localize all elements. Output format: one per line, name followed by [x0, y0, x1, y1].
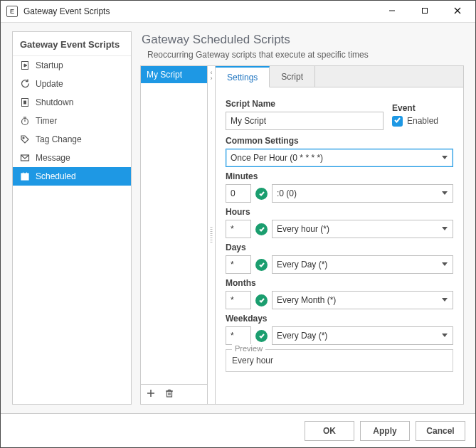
chevron-down-icon: [441, 224, 448, 234]
preview-text: Every hour: [232, 356, 447, 366]
sidebar-item-label: Shutdown: [36, 97, 73, 107]
weekdays-select[interactable]: Every Day (*): [272, 326, 453, 345]
apply-button[interactable]: Apply: [360, 421, 410, 441]
sidebar-item-label: Startup: [36, 60, 63, 70]
event-label: Event: [392, 103, 453, 113]
sidebar-item-timer[interactable]: Timer: [13, 112, 131, 130]
minimize-icon: [388, 6, 396, 16]
hours-label: Hours: [226, 207, 453, 217]
common-settings-select[interactable]: Once Per Hour (0 * * * *): [226, 149, 453, 167]
window-title: Gateway Event Scripts: [23, 6, 110, 16]
dialog-footer: OK Apply Cancel: [1, 413, 475, 447]
refresh-icon: [20, 79, 30, 89]
hours-input[interactable]: *: [226, 220, 251, 238]
svg-rect-19: [167, 391, 172, 397]
delete-script-button[interactable]: [164, 389, 175, 400]
stopwatch-icon: [20, 116, 30, 126]
window-titlebar: E Gateway Event Scripts: [1, 1, 475, 23]
check-icon: [393, 116, 401, 126]
svg-line-24: [171, 390, 171, 391]
sidebar-item-scheduled[interactable]: Scheduled: [13, 167, 131, 186]
hours-select[interactable]: Every hour (*): [272, 220, 453, 238]
sidebar-item-label: Timer: [36, 116, 57, 126]
tab-label: Settings: [227, 73, 258, 82]
svg-marker-27: [442, 191, 448, 195]
days-input[interactable]: *: [226, 255, 251, 274]
page-title: Gateway Scheduled Scripts: [142, 33, 464, 47]
days-select[interactable]: Every Day (*): [272, 255, 453, 274]
chevron-down-icon: [441, 153, 448, 163]
sidebar-item-tag-change[interactable]: Tag Change: [13, 130, 131, 149]
grip-dots-icon: [211, 227, 213, 244]
add-script-button[interactable]: [145, 389, 157, 400]
window-maximize-button[interactable]: [408, 1, 441, 22]
chevron-down-icon: [441, 295, 448, 305]
script-list-item[interactable]: My Script: [141, 66, 207, 83]
days-label: Days: [226, 242, 453, 252]
svg-marker-31: [442, 334, 448, 337]
sidebar-item-label: Message: [36, 153, 70, 163]
svg-rect-7: [24, 101, 26, 104]
chevron-down-icon: [441, 188, 448, 198]
page-subtitle: Reoccurring Gateway scripts that execute…: [147, 50, 464, 60]
svg-line-23: [168, 390, 169, 391]
enabled-label: Enabled: [407, 116, 438, 126]
script-name-input[interactable]: My Script: [226, 112, 384, 130]
chevron-right-icon: ›: [211, 75, 213, 82]
trash-icon: [164, 388, 174, 400]
valid-icon: [255, 259, 268, 271]
svg-point-11: [23, 137, 24, 139]
play-doc-icon: [20, 60, 30, 70]
sidebar-item-label: Tag Change: [36, 134, 82, 144]
chevron-down-icon: [441, 260, 448, 270]
script-list-item-label: My Script: [147, 70, 182, 80]
enabled-checkbox[interactable]: [392, 116, 403, 127]
svg-marker-26: [442, 156, 448, 159]
sidebar-item-update[interactable]: Update: [13, 75, 131, 93]
window-close-button[interactable]: [441, 1, 474, 22]
tab-script[interactable]: Script: [270, 66, 315, 87]
calendar-icon: [20, 171, 30, 181]
sidebar-item-shutdown[interactable]: Shutdown: [13, 93, 131, 112]
sidebar: Gateway Event Scripts Startup Update Shu…: [12, 31, 132, 405]
tag-icon: [20, 134, 30, 144]
valid-icon: [255, 294, 268, 306]
ok-button[interactable]: OK: [305, 421, 354, 441]
minutes-select[interactable]: :0 (0): [272, 184, 453, 203]
script-list: My Script: [141, 66, 208, 404]
months-input[interactable]: *: [226, 291, 251, 309]
svg-marker-5: [24, 64, 27, 67]
plus-icon: [146, 388, 156, 400]
sidebar-item-message[interactable]: Message: [13, 149, 131, 167]
sidebar-item-label: Update: [36, 79, 63, 89]
tab-settings[interactable]: Settings: [216, 66, 270, 87]
valid-icon: [255, 188, 268, 200]
minutes-input[interactable]: 0: [226, 184, 251, 203]
stop-doc-icon: [20, 97, 30, 107]
close-icon: [454, 6, 461, 16]
preview-legend: Preview: [232, 344, 265, 353]
sidebar-item-startup[interactable]: Startup: [13, 56, 131, 75]
valid-icon: [255, 330, 268, 342]
common-settings-value: Once Per Hour (0 * * * *): [231, 153, 323, 163]
cancel-button[interactable]: Cancel: [416, 421, 465, 441]
svg-marker-29: [442, 262, 448, 266]
sidebar-title: Gateway Event Scripts: [13, 32, 131, 56]
svg-rect-1: [423, 9, 428, 14]
months-label: Months: [226, 278, 453, 288]
svg-marker-28: [442, 227, 448, 230]
tab-bar: Settings Script: [216, 66, 463, 87]
app-icon: E: [6, 6, 18, 17]
script-name-value: My Script: [231, 116, 266, 126]
splitter-handle[interactable]: ‹ ›: [208, 66, 216, 404]
weekdays-input[interactable]: *: [226, 326, 251, 345]
window-minimize-button[interactable]: [376, 1, 408, 22]
months-select[interactable]: Every Month (*): [272, 291, 453, 309]
common-settings-label: Common Settings: [226, 136, 453, 146]
valid-icon: [255, 223, 268, 235]
svg-rect-13: [21, 174, 28, 180]
sidebar-item-label: Scheduled: [36, 171, 76, 181]
weekdays-label: Weekdays: [226, 314, 453, 324]
minutes-label: Minutes: [226, 171, 453, 181]
envelope-icon: [20, 153, 30, 163]
